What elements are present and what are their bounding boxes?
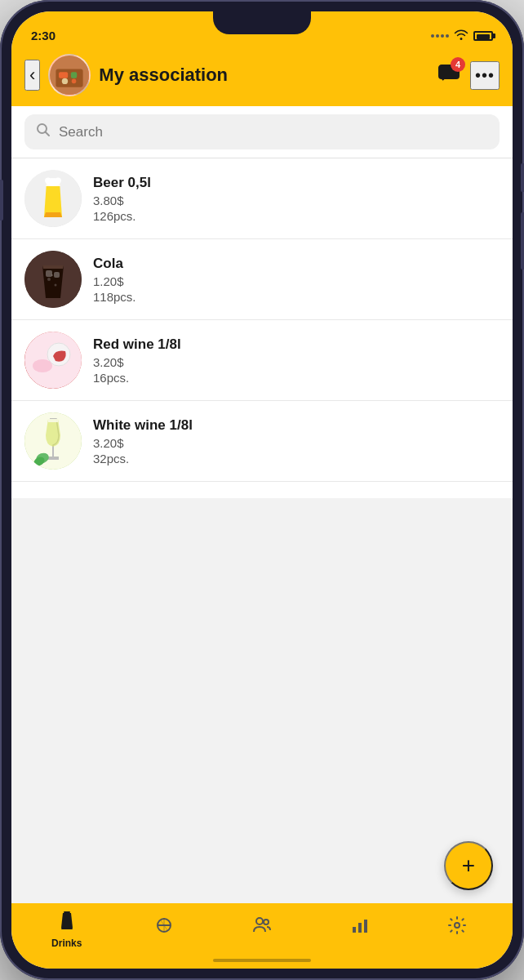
svg-marker-11 — [44, 182, 62, 217]
item-name: Beer 0,5l — [93, 175, 500, 191]
drinks-icon — [57, 910, 77, 934]
fab-container: + — [11, 838, 513, 903]
svg-rect-3 — [71, 72, 77, 78]
list-item[interactable]: Cola 1.20$ 118pcs. — [11, 239, 513, 320]
svg-rect-1 — [56, 69, 83, 87]
settings-icon — [447, 915, 467, 940]
svg-rect-22 — [54, 272, 60, 278]
svg-point-40 — [455, 923, 460, 928]
battery-icon — [473, 31, 493, 41]
nav-label-drinks: Drinks — [51, 938, 82, 949]
item-image-beer — [24, 170, 82, 227]
page-title: My association — [99, 65, 429, 86]
nav-item-members[interactable] — [213, 911, 311, 948]
svg-rect-32 — [64, 911, 70, 913]
nav-item-settings[interactable] — [408, 911, 506, 948]
item-image-whitewine — [24, 412, 82, 470]
signal-icon — [431, 34, 449, 38]
items-list: Beer 0,5l 3.80$ 126pcs. — [11, 158, 513, 498]
add-item-button[interactable]: + — [444, 841, 493, 890]
item-image-redwine — [24, 332, 82, 389]
item-info-redwine: Red wine 1/8l 3.20$ 16pcs. — [93, 336, 500, 385]
notch — [213, 11, 311, 34]
item-stock: 32pcs. — [93, 452, 500, 466]
item-info-cola: Cola 1.20$ 118pcs. — [93, 256, 500, 304]
svg-rect-39 — [364, 920, 367, 933]
item-stock: 126pcs. — [93, 209, 500, 223]
status-icons — [431, 29, 493, 42]
home-indicator — [213, 959, 311, 962]
avatar — [48, 54, 91, 96]
back-button[interactable]: ‹ — [24, 60, 40, 91]
volume-button — [0, 180, 3, 220]
power-button-bottom — [521, 212, 524, 270]
search-container — [11, 106, 513, 158]
status-time: 2:30 — [31, 29, 56, 42]
nav-item-drinks[interactable]: Drinks — [18, 905, 116, 954]
phone-frame: 2:30 ‹ — [0, 0, 524, 980]
wifi-icon — [454, 29, 468, 42]
svg-point-5 — [72, 79, 77, 84]
item-info-beer: Beer 0,5l 3.80$ 126pcs. — [93, 175, 500, 223]
svg-point-26 — [33, 359, 52, 372]
notification-button[interactable]: 4 — [437, 62, 460, 88]
item-image-cola — [24, 251, 82, 308]
item-info-whitewine: White wine 1/8l 3.20$ 32pcs. — [93, 417, 500, 466]
empty-area — [11, 498, 513, 838]
list-item[interactable]: Red wine 1/8l 3.20$ 16pcs. — [11, 320, 513, 401]
stats-icon — [350, 915, 370, 940]
scroll-content: Beer 0,5l 3.80$ 126pcs. — [11, 158, 513, 903]
svg-point-16 — [55, 178, 61, 184]
svg-rect-38 — [358, 923, 362, 933]
phone-screen: 2:30 ‹ — [11, 11, 513, 969]
svg-rect-2 — [59, 72, 68, 78]
power-button-top — [521, 163, 524, 192]
search-icon — [36, 122, 51, 141]
svg-rect-33 — [61, 928, 73, 929]
header-actions: 4 ••• — [437, 61, 500, 90]
item-price: 1.20$ — [93, 274, 500, 288]
item-price: 3.80$ — [93, 194, 500, 207]
more-button[interactable]: ••• — [470, 61, 500, 90]
svg-rect-37 — [353, 927, 356, 933]
svg-marker-13 — [44, 212, 62, 217]
item-name: Red wine 1/8l — [93, 336, 500, 353]
svg-point-36 — [264, 920, 269, 924]
svg-point-35 — [256, 918, 263, 924]
svg-point-19 — [55, 284, 57, 287]
svg-rect-21 — [46, 270, 52, 277]
search-input[interactable] — [59, 124, 488, 140]
header: ‹ My association — [11, 47, 513, 106]
search-box — [24, 114, 500, 149]
svg-point-18 — [47, 278, 51, 281]
item-stock: 118pcs. — [93, 290, 500, 304]
item-name: White wine 1/8l — [93, 417, 500, 434]
svg-point-15 — [45, 178, 51, 184]
item-price: 3.20$ — [93, 355, 500, 369]
nav-item-stats[interactable] — [311, 911, 409, 948]
list-item[interactable]: White wine 1/8l 3.20$ 32pcs. — [11, 401, 513, 482]
item-name: Cola — [93, 256, 500, 272]
svg-line-9 — [46, 132, 50, 136]
food-icon — [154, 915, 174, 940]
list-item[interactable]: Beer 0,5l 3.80$ 126pcs. — [11, 158, 513, 239]
nav-item-food[interactable] — [116, 911, 214, 948]
item-stock: 16pcs. — [93, 371, 500, 385]
item-price: 3.20$ — [93, 436, 500, 450]
svg-point-4 — [62, 78, 68, 84]
members-icon — [252, 915, 272, 940]
notification-badge: 4 — [451, 57, 465, 72]
